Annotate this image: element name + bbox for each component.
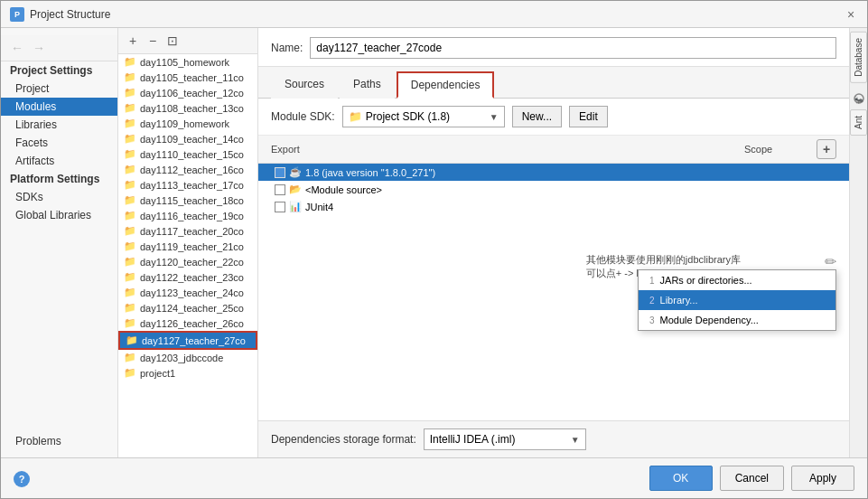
list-item[interactable]: 📁day1108_teacher_13co bbox=[118, 100, 257, 116]
platform-settings-header: Platform Settings bbox=[1, 170, 117, 188]
list-item[interactable]: 📁day1122_teacher_23co bbox=[118, 269, 257, 285]
dep-checkbox-junit[interactable] bbox=[271, 202, 289, 212]
list-item[interactable]: 📁day1105_teacher_11co bbox=[118, 70, 257, 85]
list-item[interactable]: 📁day1113_teacher_17co bbox=[118, 177, 257, 193]
folder-icon: 📁 bbox=[124, 352, 136, 363]
folder-icon: 📁 bbox=[124, 287, 136, 298]
list-item[interactable]: 📁day1203_jdbccode bbox=[118, 350, 257, 365]
module-name: day1123_teacher_24co bbox=[140, 287, 244, 298]
close-button[interactable]: × bbox=[844, 7, 858, 22]
back-button[interactable]: ← bbox=[8, 39, 26, 57]
folder-icon: 📁 bbox=[124, 225, 136, 237]
sdk-value: Project SDK (1.8) bbox=[366, 110, 450, 123]
module-name: day1119_teacher_21co bbox=[140, 241, 244, 252]
pencil-icon[interactable]: ✏ bbox=[825, 253, 836, 270]
list-item[interactable]: 📁day1116_teacher_19co bbox=[118, 208, 257, 223]
sdk-new-button[interactable]: New... bbox=[512, 106, 562, 127]
folder-icon: 📁 bbox=[124, 256, 136, 268]
nav-arrows: ← → bbox=[1, 35, 117, 61]
list-item[interactable]: 📁day1112_teacher_16co bbox=[118, 162, 257, 177]
title-bar: P Project Structure × bbox=[1, 1, 867, 28]
apply-button[interactable]: Apply bbox=[791, 466, 854, 491]
main-content: ← → Project Settings Project Modules Lib… bbox=[1, 28, 867, 457]
item-num-3: 3 bbox=[649, 315, 655, 325]
sidebar-item-libraries[interactable]: Libraries bbox=[1, 116, 117, 134]
folder-icon: 📁 bbox=[124, 179, 136, 191]
help-button[interactable]: ? bbox=[14, 471, 30, 487]
storage-format-select[interactable]: IntelliJ IDEA (.iml) ▼ bbox=[424, 428, 586, 450]
database-tab[interactable]: Database bbox=[850, 32, 867, 83]
list-item[interactable]: 📁day1115_teacher_18co bbox=[118, 193, 257, 208]
module-name: day1203_jdbccode bbox=[140, 353, 223, 363]
sdk-edit-button[interactable]: Edit bbox=[569, 106, 608, 127]
dep-row-module-source[interactable]: 📂 <Module source> bbox=[258, 181, 849, 198]
ok-button[interactable]: OK bbox=[649, 466, 713, 491]
dep-checkbox-source[interactable] bbox=[271, 184, 289, 195]
list-item[interactable]: 📁day1123_teacher_24co bbox=[118, 285, 257, 300]
sidebar-item-sdks[interactable]: SDKs bbox=[1, 188, 117, 206]
sidebar-item-modules[interactable]: Modules bbox=[1, 98, 117, 116]
right-sidebar: Database 🐜 Ant bbox=[849, 28, 867, 457]
dep-row-junit[interactable]: 📊 JUnit4 bbox=[258, 198, 849, 215]
folder-icon: 📁 bbox=[124, 317, 136, 329]
remove-module-button[interactable]: − bbox=[144, 32, 162, 50]
junit-icon: 📊 bbox=[289, 201, 302, 212]
add-dependency-button[interactable]: + bbox=[817, 139, 836, 159]
sidebar-item-problems[interactable]: Problems bbox=[1, 432, 117, 450]
module-name: day1106_teacher_12co bbox=[140, 88, 244, 99]
dep-name-source: <Module source> bbox=[305, 184, 764, 195]
storage-value: IntelliJ IDEA (.iml) bbox=[430, 433, 516, 446]
tab-paths[interactable]: Paths bbox=[340, 71, 395, 99]
tab-sources[interactable]: Sources bbox=[271, 71, 338, 99]
folder-icon: 📁 bbox=[124, 102, 136, 114]
module-name: day1120_teacher_22co bbox=[140, 257, 244, 268]
ant-tab[interactable]: Ant bbox=[850, 109, 867, 136]
sdk-select[interactable]: 📁 Project SDK (1.8) ▼ bbox=[342, 106, 505, 127]
sidebar-item-project[interactable]: Project bbox=[1, 80, 117, 98]
list-item[interactable]: 📁day1124_teacher_25co bbox=[118, 300, 257, 315]
folder-icon: 📁 bbox=[124, 302, 136, 314]
sidebar-item-artifacts[interactable]: Artifacts bbox=[1, 152, 117, 170]
dep-row-jdk[interactable]: ☕ 1.8 (java version "1.8.0_271") bbox=[258, 164, 849, 181]
list-item[interactable]: 📁project1 bbox=[118, 365, 257, 381]
folder-icon: 📁 bbox=[124, 87, 136, 99]
module-list: + − ⊡ 📁day1105_homework 📁day1105_teacher… bbox=[118, 28, 258, 457]
dropdown-item-library[interactable]: 2 Library... bbox=[639, 290, 835, 310]
dropdown-item-jars[interactable]: 1 JARs or directories... bbox=[639, 270, 835, 290]
tab-dependencies[interactable]: Dependencies bbox=[397, 71, 495, 99]
dropdown-item-module-dep[interactable]: 3 Module Dependency... bbox=[639, 310, 835, 330]
list-item[interactable]: 📁day1106_teacher_12co bbox=[118, 85, 257, 100]
list-item[interactable]: 📁day1119_teacher_21co bbox=[118, 239, 257, 254]
list-item[interactable]: 📁day1109_homework bbox=[118, 116, 257, 131]
item-label-library: Library... bbox=[660, 295, 698, 306]
folder-icon: 📁 bbox=[124, 148, 136, 160]
list-item[interactable]: 📁day1126_teacher_26co bbox=[118, 315, 257, 331]
app-icon: P bbox=[10, 7, 24, 22]
dep-checkbox-jdk[interactable] bbox=[271, 167, 289, 178]
module-name: day1105_homework bbox=[140, 57, 229, 68]
sdk-row: Module SDK: 📁 Project SDK (1.8) ▼ New...… bbox=[258, 99, 849, 136]
jdk-icon: ☕ bbox=[289, 166, 302, 178]
copy-module-button[interactable]: ⊡ bbox=[163, 32, 182, 50]
list-item[interactable]: 📁day1109_teacher_14co bbox=[118, 131, 257, 146]
sidebar-item-global-libraries[interactable]: Global Libraries bbox=[1, 206, 117, 224]
list-item-selected[interactable]: 📁day1127_teacher_27co bbox=[118, 331, 257, 350]
list-item[interactable]: 📁day1117_teacher_20co bbox=[118, 223, 257, 239]
module-name: day1124_teacher_25co bbox=[140, 303, 244, 314]
folder-icon: 📁 bbox=[124, 118, 136, 129]
module-name: day1112_teacher_16co bbox=[140, 165, 244, 175]
list-item[interactable]: 📁day1105_homework bbox=[118, 54, 257, 70]
cancel-button[interactable]: Cancel bbox=[720, 466, 784, 491]
item-label-jars: JARs or directories... bbox=[660, 275, 752, 286]
name-label: Name: bbox=[271, 42, 303, 54]
sidebar-item-facets[interactable]: Facets bbox=[1, 134, 117, 152]
module-name: project1 bbox=[140, 368, 175, 379]
add-module-button[interactable]: + bbox=[124, 32, 142, 50]
list-item[interactable]: 📁day1120_teacher_22co bbox=[118, 254, 257, 269]
forward-button[interactable]: → bbox=[30, 39, 48, 57]
project-settings-header: Project Settings bbox=[1, 61, 117, 80]
list-item[interactable]: 📁day1110_teacher_15co bbox=[118, 146, 257, 162]
module-name-input[interactable] bbox=[310, 37, 836, 59]
dependencies-area: Export Scope + ☕ 1.8 (java version "1.8.… bbox=[258, 136, 849, 420]
window-title: Project Structure bbox=[30, 8, 110, 21]
